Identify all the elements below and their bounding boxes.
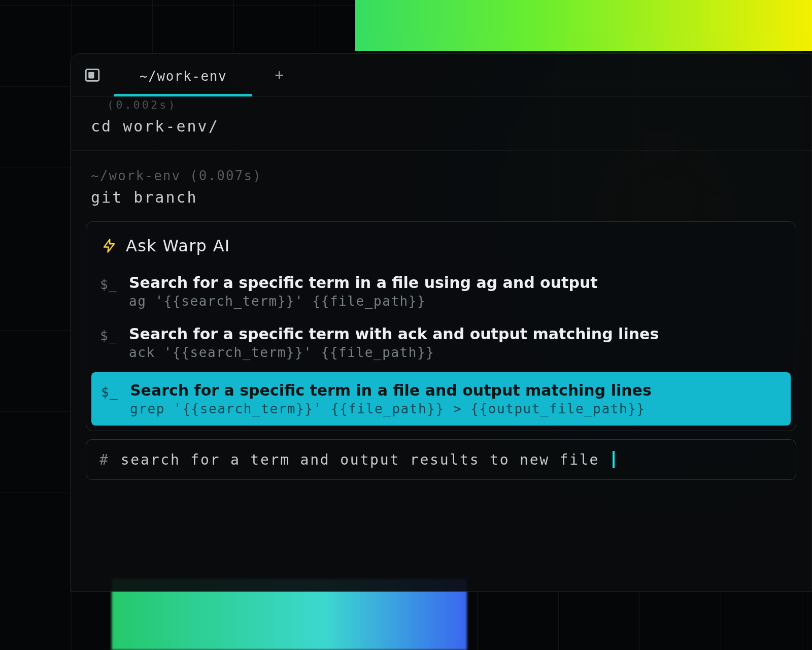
suggestion-command: ag '{{search_term}}' {{file_path}} <box>129 294 781 309</box>
tab-active[interactable]: ~/work-env <box>114 54 252 96</box>
plus-icon: + <box>275 66 284 84</box>
comment-hash-icon: # <box>99 451 110 468</box>
ai-panel-title: Ask Warp AI <box>126 236 230 255</box>
prompt-icon: $_ <box>99 381 120 400</box>
decor-gradient-top <box>355 0 812 51</box>
command-input[interactable]: # search for a term and output results t… <box>86 439 796 480</box>
new-tab-button[interactable]: + <box>265 62 293 88</box>
shell-command: git branch <box>71 188 811 221</box>
titlebar: ~/work-env + <box>71 54 811 96</box>
lightning-icon <box>101 238 117 253</box>
suggestion-title: Search for a specific term with ack and … <box>129 325 781 343</box>
prev-command: cd work-env/ <box>71 113 811 151</box>
terminal-body: (0.002s) cd work-env/ ~/work-env (0.007s… <box>71 96 811 480</box>
command-block: ~/work-env (0.007s) git branch <box>71 151 811 221</box>
prompt-icon: $_ <box>98 325 119 343</box>
shell-prompt: ~/work-env (0.007s) <box>71 168 811 188</box>
tab-underline <box>114 94 252 96</box>
prompt-icon: $_ <box>98 274 119 292</box>
svg-marker-2 <box>104 240 114 252</box>
svg-rect-1 <box>88 72 94 78</box>
suggestion-item-selected[interactable]: $_ Search for a specific term in a file … <box>91 372 791 426</box>
suggestion-title: Search for a specific term in a file usi… <box>129 274 781 291</box>
ai-suggestions-panel: Ask Warp AI $_ Search for a specific ter… <box>86 221 796 431</box>
suggestion-title: Search for a specific term in a file and… <box>130 381 780 399</box>
terminal-window: ~/work-env + (0.002s) cd work-env/ ~/wor… <box>70 53 812 592</box>
suggestion-item[interactable]: $_ Search for a specific term in a file … <box>86 267 796 318</box>
suggestion-item[interactable]: $_ Search for a specific term with ack a… <box>86 318 796 369</box>
ai-panel-header[interactable]: Ask Warp AI <box>86 222 796 267</box>
text-caret <box>613 451 615 468</box>
suggestion-command: ack '{{search_term}}' {{file_path}} <box>129 345 781 360</box>
command-input-text: search for a term and output results to … <box>121 451 600 468</box>
suggestion-command: grep '{{search_term}}' {{file_path}} > {… <box>130 401 780 416</box>
tab-title: ~/work-env <box>140 69 227 84</box>
split-panes-icon[interactable] <box>84 67 101 84</box>
prev-timing: (0.002s) <box>71 96 811 113</box>
